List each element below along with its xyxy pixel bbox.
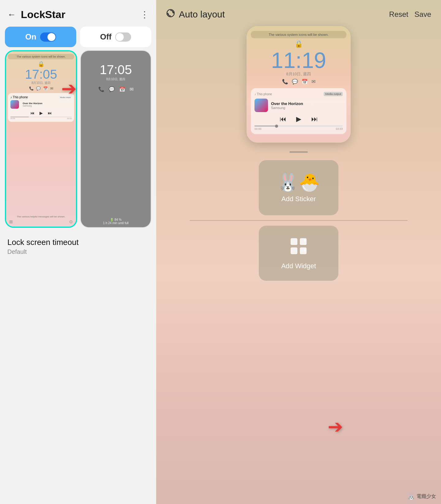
on-progress-end: 03:33 xyxy=(67,118,72,119)
right-progress-bar xyxy=(254,126,343,126)
off-switch[interactable] xyxy=(115,32,131,42)
lock-timeout-subtitle: Default xyxy=(7,248,149,255)
on-music-controls: ⏮ ▶ ⏭ xyxy=(10,111,72,115)
message-icon: 💬 xyxy=(36,86,41,91)
on-quick-icons: 📞 💬 📅 ✉ xyxy=(29,86,53,91)
off-toggle-button[interactable]: Off xyxy=(80,27,151,47)
on-progress-fill xyxy=(10,117,29,117)
save-button[interactable]: Save xyxy=(414,10,431,19)
right-music-card: ♪ This phone Media output Over the Horiz… xyxy=(251,88,346,134)
next-icon[interactable]: ⏭ xyxy=(48,111,52,115)
left-panel: ← LockStar ⋮ On Off The various system i… xyxy=(0,0,156,504)
off-battery: 🔋 84 % 1 h 24 min until full xyxy=(103,218,128,225)
off-battery-sub: 1 h 24 min until full xyxy=(103,221,128,225)
right-header: Auto layout Reset Save xyxy=(156,0,441,26)
add-widget-label: Add Widget xyxy=(281,262,316,270)
right-date: 8月10日, 週四 xyxy=(251,71,346,77)
off-msg-icon: 💬 xyxy=(109,86,115,92)
on-bottom-bar: The various helpful messages will be sho… xyxy=(6,215,76,224)
off-time: 17:05 xyxy=(100,62,132,77)
right-progress-fill xyxy=(254,126,277,126)
red-arrow-left: ➔ xyxy=(61,78,77,99)
add-sticker-label: Add Sticker xyxy=(281,195,316,203)
off-date: 8月10日, 週四 xyxy=(106,77,125,81)
right-progress-start: 00:00 xyxy=(254,127,262,130)
right-music-header: ♪ This phone Media output xyxy=(254,92,343,96)
watermark: 🐰 電癮少女 xyxy=(407,492,436,500)
add-sticker-card[interactable]: 🐰🐣 Add Sticker xyxy=(259,160,338,215)
right-music-title: Over the Horizon xyxy=(271,101,303,106)
email-icon: ✉ xyxy=(50,86,53,91)
off-quick-icons: 📞 💬 📅 ✉ xyxy=(98,86,134,92)
back-button[interactable]: ← xyxy=(7,10,16,19)
calendar-icon: 📅 xyxy=(43,86,48,91)
reset-button[interactable]: Reset xyxy=(389,10,409,19)
prev-icon[interactable]: ⏮ xyxy=(30,111,35,115)
auto-layout-icon xyxy=(166,9,175,20)
off-phone-preview[interactable]: 17:05 8月10日, 週四 📞 💬 📅 ✉ 🔋 84 % 1 h 24 mi… xyxy=(80,50,151,228)
on-system-bar: The various system icons will be shown. xyxy=(8,54,74,59)
right-phone-preview: The various system icons will be shown. … xyxy=(247,26,351,143)
svg-text:+: + xyxy=(303,237,307,244)
svg-rect-1 xyxy=(291,238,297,245)
on-bottom-left-icon: ⊞ xyxy=(9,219,13,224)
right-system-bar: The various system icons will be shown. xyxy=(251,31,346,38)
watermark-text: 電癮少女 xyxy=(417,493,436,500)
right-prev-icon[interactable]: ⏮ xyxy=(280,115,286,123)
right-lock-icon: 🔒 xyxy=(251,40,346,48)
add-sticker-icon: 🐰🐣 xyxy=(277,172,320,193)
separator-line xyxy=(190,220,408,221)
add-widget-icon: + + xyxy=(289,236,308,260)
off-battery-percent: 🔋 84 % xyxy=(103,218,128,221)
off-preview-screen: 17:05 8月10日, 週四 📞 💬 📅 ✉ 🔋 84 % 1 h 24 mi… xyxy=(81,51,151,227)
on-toggle-button[interactable]: On xyxy=(5,27,76,47)
on-music-title: Over the Horizon xyxy=(23,102,72,105)
on-switch[interactable] xyxy=(40,32,56,42)
right-email-icon: ✉ xyxy=(311,79,315,85)
page-title: LockStar xyxy=(21,9,140,21)
right-music-source: ♪ This phone xyxy=(254,92,272,96)
drag-handle xyxy=(289,151,308,153)
toggle-row: On Off xyxy=(0,27,156,47)
right-next-icon[interactable]: ⏭ xyxy=(311,115,318,123)
svg-text:+: + xyxy=(303,247,307,254)
right-bottom-section: 🐰🐣 Add Sticker + + Add Widget xyxy=(156,149,441,281)
off-phone-icon: 📞 xyxy=(98,86,104,92)
off-email-icon: ✉ xyxy=(130,86,134,92)
on-label: On xyxy=(25,32,36,42)
add-widget-card[interactable]: + + Add Widget xyxy=(259,226,338,281)
right-progress-end: 03:33 xyxy=(336,127,343,130)
on-progress-bar xyxy=(10,117,72,117)
on-bottom-icons: ⊞ ⊙ xyxy=(9,219,73,224)
on-phone-preview[interactable]: The various system icons will be shown. … xyxy=(5,50,77,228)
phone-previews: The various system icons will be shown. … xyxy=(0,50,156,228)
right-music-info: Over the Horizon Samsung xyxy=(271,101,303,110)
phone-icon: 📞 xyxy=(29,86,34,91)
svg-rect-3 xyxy=(291,247,297,254)
right-music-row: Over the Horizon Samsung xyxy=(254,99,343,112)
right-progress-dot xyxy=(275,125,278,128)
right-phone-icon: 📞 xyxy=(282,79,288,85)
play-icon[interactable]: ▶ xyxy=(40,111,43,115)
right-phone-container: The various system icons will be shown. … xyxy=(156,26,441,143)
right-msg-icon: 💬 xyxy=(292,79,298,85)
lock-timeout-title: Lock screen timeout xyxy=(7,238,149,247)
on-time: 17:05 xyxy=(25,68,57,81)
right-play-icon[interactable]: ▶ xyxy=(296,115,301,123)
on-bottom-text: The various helpful messages will be sho… xyxy=(9,215,73,218)
auto-layout-title: Auto layout xyxy=(179,9,383,20)
on-knob xyxy=(47,33,55,41)
on-date: 8月10日, 週四 xyxy=(32,81,51,85)
on-music-artist: Samsung xyxy=(23,105,72,107)
lock-timeout-section[interactable]: Lock screen timeout Default xyxy=(0,228,156,260)
on-lock-icon: 🔒 xyxy=(38,61,44,67)
on-music-thumb xyxy=(10,100,19,109)
off-label: Off xyxy=(100,32,112,42)
right-progress-times: 00:00 03:33 xyxy=(254,127,343,130)
right-media-badge: Media output xyxy=(324,92,343,96)
right-quick-icons: 📞 💬 📅 ✉ xyxy=(251,79,346,85)
red-arrow-right: ➔ xyxy=(328,416,343,437)
header: ← LockStar ⋮ xyxy=(0,0,156,27)
menu-button[interactable]: ⋮ xyxy=(140,9,149,20)
on-progress-start: 00:00 xyxy=(10,118,15,119)
